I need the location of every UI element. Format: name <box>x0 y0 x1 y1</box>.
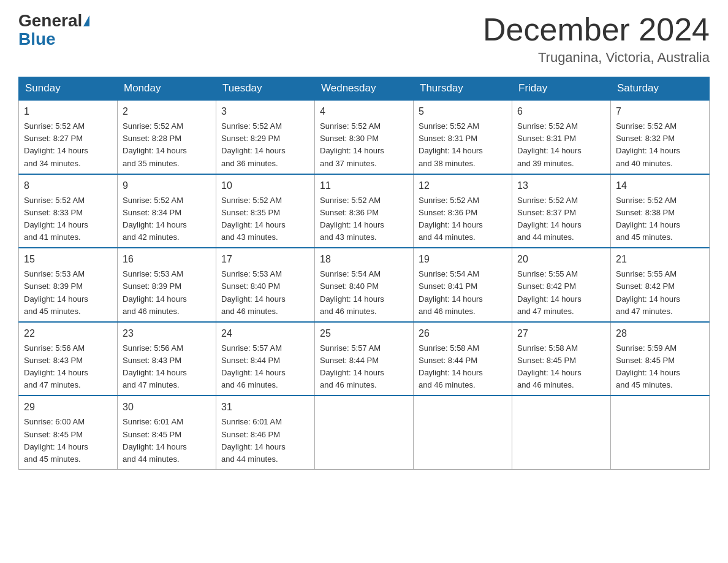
calendar-cell: 20Sunrise: 5:55 AMSunset: 8:42 PMDayligh… <box>512 248 611 322</box>
week-row-1: 1Sunrise: 5:52 AMSunset: 8:27 PMDaylight… <box>19 100 710 174</box>
day-number: 16 <box>123 252 211 267</box>
day-info: Sunrise: 5:55 AMSunset: 8:42 PMDaylight:… <box>616 268 704 318</box>
day-number: 13 <box>517 178 605 193</box>
day-info: Sunrise: 5:59 AMSunset: 8:45 PMDaylight:… <box>616 342 704 392</box>
calendar-cell: 13Sunrise: 5:52 AMSunset: 8:37 PMDayligh… <box>512 174 611 248</box>
calendar-cell: 15Sunrise: 5:53 AMSunset: 8:39 PMDayligh… <box>19 248 118 322</box>
day-number: 15 <box>24 252 112 267</box>
day-number: 26 <box>419 326 507 341</box>
day-number: 2 <box>123 104 211 119</box>
calendar-cell: 31Sunrise: 6:01 AMSunset: 8:46 PMDayligh… <box>216 396 315 469</box>
calendar-cell: 1Sunrise: 5:52 AMSunset: 8:27 PMDaylight… <box>19 100 118 174</box>
day-info: Sunrise: 5:52 AMSunset: 8:34 PMDaylight:… <box>123 194 211 244</box>
day-info: Sunrise: 5:52 AMSunset: 8:31 PMDaylight:… <box>419 120 507 170</box>
day-number: 19 <box>419 252 507 267</box>
day-info: Sunrise: 5:57 AMSunset: 8:44 PMDaylight:… <box>221 342 309 392</box>
day-number: 23 <box>123 326 211 341</box>
day-number: 30 <box>123 400 211 415</box>
logo-triangle-icon <box>83 15 89 26</box>
calendar-cell: 11Sunrise: 5:52 AMSunset: 8:36 PMDayligh… <box>315 174 414 248</box>
day-info: Sunrise: 5:52 AMSunset: 8:28 PMDaylight:… <box>123 120 211 170</box>
title-area: December 2024 Truganina, Victoria, Austr… <box>483 12 710 66</box>
logo-general-text: General <box>18 12 82 29</box>
calendar-cell: 14Sunrise: 5:52 AMSunset: 8:38 PMDayligh… <box>611 174 710 248</box>
day-number: 27 <box>517 326 605 341</box>
column-header-saturday: Saturday <box>611 77 710 101</box>
day-number: 3 <box>221 104 309 119</box>
day-number: 12 <box>419 178 507 193</box>
day-info: Sunrise: 5:58 AMSunset: 8:44 PMDaylight:… <box>419 342 507 392</box>
day-number: 20 <box>517 252 605 267</box>
day-number: 6 <box>517 104 605 119</box>
calendar-cell: 29Sunrise: 6:00 AMSunset: 8:45 PMDayligh… <box>19 396 118 469</box>
column-header-sunday: Sunday <box>19 77 118 101</box>
day-number: 28 <box>616 326 704 341</box>
week-row-2: 8Sunrise: 5:52 AMSunset: 8:33 PMDaylight… <box>19 174 710 248</box>
calendar-cell: 22Sunrise: 5:56 AMSunset: 8:43 PMDayligh… <box>19 322 118 396</box>
calendar-cell <box>414 396 512 469</box>
day-info: Sunrise: 5:53 AMSunset: 8:39 PMDaylight:… <box>123 268 211 318</box>
week-row-5: 29Sunrise: 6:00 AMSunset: 8:45 PMDayligh… <box>19 396 710 469</box>
day-info: Sunrise: 5:52 AMSunset: 8:30 PMDaylight:… <box>320 120 408 170</box>
calendar-cell: 2Sunrise: 5:52 AMSunset: 8:28 PMDaylight… <box>118 100 216 174</box>
day-number: 31 <box>221 400 309 415</box>
column-header-tuesday: Tuesday <box>216 77 315 101</box>
calendar-cell: 5Sunrise: 5:52 AMSunset: 8:31 PMDaylight… <box>414 100 512 174</box>
day-info: Sunrise: 5:52 AMSunset: 8:38 PMDaylight:… <box>616 194 704 244</box>
location-title: Truganina, Victoria, Australia <box>483 50 710 66</box>
day-number: 25 <box>320 326 408 341</box>
day-info: Sunrise: 5:52 AMSunset: 8:36 PMDaylight:… <box>320 194 408 244</box>
day-number: 9 <box>123 178 211 193</box>
day-info: Sunrise: 5:56 AMSunset: 8:43 PMDaylight:… <box>24 342 112 392</box>
logo-blue-text: Blue <box>18 29 56 48</box>
day-number: 17 <box>221 252 309 267</box>
week-row-3: 15Sunrise: 5:53 AMSunset: 8:39 PMDayligh… <box>19 248 710 322</box>
day-info: Sunrise: 5:52 AMSunset: 8:37 PMDaylight:… <box>517 194 605 244</box>
calendar-cell: 30Sunrise: 6:01 AMSunset: 8:45 PMDayligh… <box>118 396 216 469</box>
day-number: 22 <box>24 326 112 341</box>
day-info: Sunrise: 5:58 AMSunset: 8:45 PMDaylight:… <box>517 342 605 392</box>
day-info: Sunrise: 5:54 AMSunset: 8:41 PMDaylight:… <box>419 268 507 318</box>
day-info: Sunrise: 6:01 AMSunset: 8:46 PMDaylight:… <box>221 416 309 465</box>
calendar-cell <box>611 396 710 469</box>
month-title: December 2024 <box>483 12 710 47</box>
day-number: 21 <box>616 252 704 267</box>
day-number: 11 <box>320 178 408 193</box>
day-number: 10 <box>221 178 309 193</box>
calendar-cell: 6Sunrise: 5:52 AMSunset: 8:31 PMDaylight… <box>512 100 611 174</box>
calendar-cell: 27Sunrise: 5:58 AMSunset: 8:45 PMDayligh… <box>512 322 611 396</box>
day-info: Sunrise: 5:52 AMSunset: 8:29 PMDaylight:… <box>221 120 309 170</box>
day-number: 8 <box>24 178 112 193</box>
column-header-wednesday: Wednesday <box>315 77 414 101</box>
calendar-cell: 17Sunrise: 5:53 AMSunset: 8:40 PMDayligh… <box>216 248 315 322</box>
day-number: 29 <box>24 400 112 415</box>
day-info: Sunrise: 5:52 AMSunset: 8:32 PMDaylight:… <box>616 120 704 170</box>
calendar-cell: 16Sunrise: 5:53 AMSunset: 8:39 PMDayligh… <box>118 248 216 322</box>
day-info: Sunrise: 5:52 AMSunset: 8:27 PMDaylight:… <box>24 120 112 170</box>
day-info: Sunrise: 5:52 AMSunset: 8:33 PMDaylight:… <box>24 194 112 244</box>
calendar-cell: 25Sunrise: 5:57 AMSunset: 8:44 PMDayligh… <box>315 322 414 396</box>
calendar-cell: 10Sunrise: 5:52 AMSunset: 8:35 PMDayligh… <box>216 174 315 248</box>
calendar-cell: 19Sunrise: 5:54 AMSunset: 8:41 PMDayligh… <box>414 248 512 322</box>
calendar-cell: 7Sunrise: 5:52 AMSunset: 8:32 PMDaylight… <box>611 100 710 174</box>
day-number: 18 <box>320 252 408 267</box>
calendar-cell: 24Sunrise: 5:57 AMSunset: 8:44 PMDayligh… <box>216 322 315 396</box>
logo: General Blue <box>18 12 91 49</box>
day-info: Sunrise: 5:52 AMSunset: 8:31 PMDaylight:… <box>517 120 605 170</box>
calendar-cell: 28Sunrise: 5:59 AMSunset: 8:45 PMDayligh… <box>611 322 710 396</box>
calendar-cell: 26Sunrise: 5:58 AMSunset: 8:44 PMDayligh… <box>414 322 512 396</box>
day-number: 5 <box>419 104 507 119</box>
day-info: Sunrise: 5:52 AMSunset: 8:36 PMDaylight:… <box>419 194 507 244</box>
calendar-cell: 8Sunrise: 5:52 AMSunset: 8:33 PMDaylight… <box>19 174 118 248</box>
calendar-cell: 3Sunrise: 5:52 AMSunset: 8:29 PMDaylight… <box>216 100 315 174</box>
day-info: Sunrise: 5:56 AMSunset: 8:43 PMDaylight:… <box>123 342 211 392</box>
calendar-header-row: SundayMondayTuesdayWednesdayThursdayFrid… <box>19 77 710 101</box>
calendar-cell <box>512 396 611 469</box>
day-info: Sunrise: 5:54 AMSunset: 8:40 PMDaylight:… <box>320 268 408 318</box>
day-number: 1 <box>24 104 112 119</box>
calendar-table: SundayMondayTuesdayWednesdayThursdayFrid… <box>18 77 710 470</box>
calendar-cell <box>315 396 414 469</box>
column-header-monday: Monday <box>118 77 216 101</box>
day-info: Sunrise: 6:00 AMSunset: 8:45 PMDaylight:… <box>24 416 112 465</box>
column-header-friday: Friday <box>512 77 611 101</box>
